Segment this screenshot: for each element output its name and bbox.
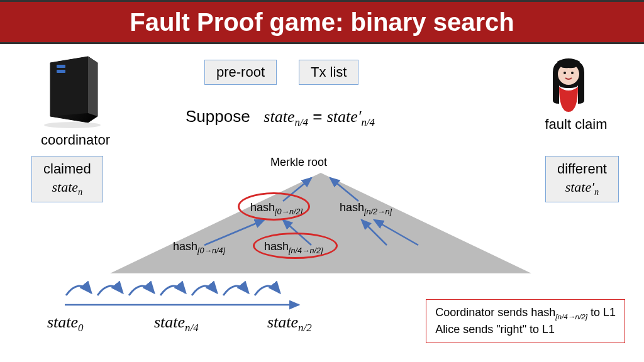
svg-rect-0 [57,65,65,68]
claimed-label: claimed [43,161,91,177]
txlist-box: Tx list [299,60,358,85]
note-line2: Alice sends "right" to L1 [435,322,616,337]
note-line1: Coordinator sends hash[n/4→n/2] to L1 [435,305,616,322]
server-icon [38,53,107,131]
suppose-label: Suppose [186,107,250,126]
different-box: different state′n [545,156,619,202]
slide-title: Fault Proof game: binary search [130,8,514,36]
ellipse-hash1 [238,192,310,221]
state-n2: staten/2 [267,313,312,334]
svg-line-10 [362,220,387,245]
svg-point-2 [44,122,101,128]
note-box: Coordinator sends hash[n/4→n/2] to L1 Al… [426,299,625,343]
merkle-root-label: Merkle root [270,156,327,169]
svg-line-11 [374,220,418,245]
svg-line-7 [330,178,358,201]
claimed-sub: n [78,187,82,197]
preroot-box: pre-root [204,60,277,85]
claimed-box: claimed staten [31,156,103,202]
title-bar: Fault Proof game: binary search [0,0,644,44]
different-label: different [557,161,607,177]
svg-point-5 [571,72,574,74]
state-n4: staten/4 [154,313,199,334]
svg-rect-1 [57,70,65,73]
fault-claim-label: fault claim [538,116,614,133]
ellipse-hash4 [253,233,338,259]
state-arrows [60,277,324,311]
suppose-row: Suppose staten/4 = state′n/4 [186,107,375,129]
different-state: state′ [565,179,594,195]
svg-point-4 [564,72,566,74]
coordinator-label: coordinator [38,132,113,148]
hash3: hash[0→n/4] [173,240,225,255]
different-sub: n [594,187,599,197]
claimed-state: state [52,179,79,195]
state0: state0 [47,313,84,334]
alice-icon [543,57,594,116]
